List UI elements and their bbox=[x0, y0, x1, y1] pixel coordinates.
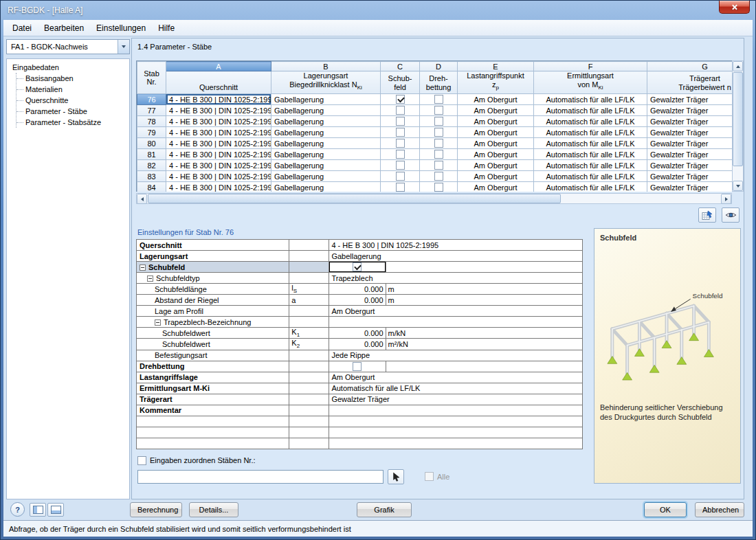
row-header-79[interactable]: 79 bbox=[137, 127, 166, 138]
column-letter-G[interactable]: G bbox=[647, 62, 733, 71]
cell-79-schubfeld[interactable] bbox=[381, 127, 420, 138]
cell-84-drehbettung[interactable] bbox=[420, 182, 458, 192]
column-header-ermittlungsart[interactable]: Ermittlungsartvon MKi bbox=[534, 71, 647, 94]
cell-80-drehbettung[interactable] bbox=[420, 138, 458, 149]
sidebar-item-basisangaben[interactable]: Basisangaben bbox=[16, 73, 128, 84]
cell-81-traegerart[interactable]: Gewalzter Träger bbox=[647, 149, 733, 160]
details-button[interactable]: Details... bbox=[189, 502, 238, 517]
title-bar[interactable]: RF-BGDK - [Halle A] bbox=[1, 1, 755, 20]
cell-76-querschnitt[interactable]: 4 - HE B 300 | DIN 1025-2:1995 bbox=[166, 94, 271, 105]
cell-80-schubfeld[interactable] bbox=[381, 138, 420, 149]
drehbettung-checkbox[interactable] bbox=[434, 150, 443, 159]
cell-82-lastangriffspunkt[interactable]: Am Obergurt bbox=[458, 160, 534, 171]
prop-value-befestigungsart[interactable]: Jede Rippe bbox=[329, 350, 583, 361]
column-header-querschnitt[interactable]: Querschnitt bbox=[166, 71, 271, 94]
sidebar-root-eingabedaten[interactable]: Eingabedaten bbox=[11, 63, 128, 73]
cell-81-drehbettung[interactable] bbox=[420, 149, 458, 160]
case-dropdown-button[interactable] bbox=[118, 40, 129, 54]
prop-value-lastangriffslage[interactable]: Am Obergurt bbox=[329, 372, 583, 383]
sidebar-item-parameter-stabsätze[interactable]: Parameter - Stabsätze bbox=[16, 117, 128, 128]
prop-value-trapezblech-bezeichnung[interactable] bbox=[329, 317, 583, 328]
row-header-81[interactable]: 81 bbox=[137, 149, 166, 160]
schubfeld-checkbox[interactable] bbox=[396, 117, 405, 126]
prop-value-drehbettung[interactable] bbox=[329, 361, 386, 372]
row-header-84[interactable]: 84 bbox=[137, 182, 166, 192]
cell-77-schubfeld[interactable] bbox=[381, 105, 420, 116]
cell-77-lagerungsart[interactable]: Gabellagerung bbox=[271, 105, 381, 116]
cell-79-drehbettung[interactable] bbox=[420, 127, 458, 138]
scroll-up-button[interactable] bbox=[733, 61, 743, 71]
collapse-icon[interactable] bbox=[147, 275, 153, 282]
cell-82-querschnitt[interactable]: 4 - HE B 300 | DIN 1025-2:1995 bbox=[166, 160, 271, 171]
prop-schubfeld-checkbox[interactable] bbox=[353, 262, 362, 271]
pick-members-button[interactable] bbox=[388, 469, 404, 484]
row-header-77[interactable]: 77 bbox=[137, 105, 166, 116]
prop-value-abstand-der-riegel[interactable]: 0.000 bbox=[329, 295, 386, 306]
cell-81-ermittlungsart[interactable]: Automatisch für alle LF/LK bbox=[534, 149, 647, 160]
cell-83-schubfeld[interactable] bbox=[381, 171, 420, 182]
cell-78-ermittlungsart[interactable]: Automatisch für alle LF/LK bbox=[534, 116, 647, 127]
schubfeld-checkbox[interactable] bbox=[396, 95, 405, 104]
cell-81-schubfeld[interactable] bbox=[381, 149, 420, 160]
column-letter-F[interactable]: F bbox=[534, 62, 647, 71]
drehbettung-checkbox[interactable] bbox=[434, 106, 443, 115]
row-header-80[interactable]: 80 bbox=[137, 138, 166, 149]
drehbettung-checkbox[interactable] bbox=[434, 161, 443, 170]
cell-77-traegerart[interactable]: Gewalzter Träger bbox=[647, 105, 733, 116]
sidebar-item-querschnitte[interactable]: Querschnitte bbox=[16, 95, 128, 106]
horizontal-scrollbar[interactable] bbox=[136, 193, 732, 204]
drehbettung-checkbox[interactable] bbox=[434, 95, 443, 104]
cell-82-schubfeld[interactable] bbox=[381, 160, 420, 171]
column-letter-D[interactable]: D bbox=[420, 62, 458, 71]
cell-78-lastangriffspunkt[interactable]: Am Obergurt bbox=[458, 116, 534, 127]
cell-82-ermittlungsart[interactable]: Automatisch für alle LF/LK bbox=[534, 160, 647, 171]
assign-members-input[interactable] bbox=[137, 470, 383, 484]
prop-value-empty[interactable] bbox=[329, 427, 583, 438]
sidebar-item-parameter-stäbe[interactable]: Parameter - Stäbe bbox=[16, 106, 128, 117]
ok-button[interactable]: OK bbox=[644, 502, 687, 517]
cell-83-drehbettung[interactable] bbox=[420, 171, 458, 182]
row-header-83[interactable]: 83 bbox=[137, 171, 166, 182]
cell-78-drehbettung[interactable] bbox=[420, 116, 458, 127]
column-header-lagerungsart[interactable]: LagerungsartBiegedrillknicklast NKi bbox=[271, 71, 381, 94]
case-selector[interactable]: FA1 - BGDK-Nachweis bbox=[6, 39, 130, 54]
prop-value-schubfeldwert[interactable]: 0.000 bbox=[329, 328, 386, 339]
cell-79-lastangriffspunkt[interactable]: Am Obergurt bbox=[458, 127, 534, 138]
cell-76-schubfeld[interactable] bbox=[381, 94, 420, 105]
row-header-82[interactable]: 82 bbox=[137, 160, 166, 171]
drehbettung-checkbox[interactable] bbox=[434, 117, 443, 126]
row-header-76[interactable]: 76 bbox=[137, 94, 166, 105]
cell-80-traegerart[interactable]: Gewalzter Träger bbox=[647, 138, 733, 149]
prop-value-trägerart[interactable]: Gewalzter Träger bbox=[329, 394, 583, 405]
cell-82-drehbettung[interactable] bbox=[420, 160, 458, 171]
prop-value-lage-am-profil[interactable]: Am Obergurt bbox=[329, 306, 583, 317]
view-button[interactable] bbox=[722, 207, 740, 223]
menu-item-einstellungen[interactable]: Einstellungen bbox=[90, 21, 152, 35]
assign-checkbox[interactable] bbox=[137, 456, 146, 465]
cell-79-ermittlungsart[interactable]: Automatisch für alle LF/LK bbox=[534, 127, 647, 138]
prop-value-empty[interactable] bbox=[329, 416, 583, 427]
close-button[interactable] bbox=[719, 1, 750, 14]
cell-84-querschnitt[interactable]: 4 - HE B 300 | DIN 1025-2:1995 bbox=[166, 182, 271, 192]
abbrechen-button[interactable]: Abbrechen bbox=[695, 502, 744, 517]
menu-item-bearbeiten[interactable]: Bearbeiten bbox=[38, 21, 90, 35]
cell-77-lastangriffspunkt[interactable]: Am Obergurt bbox=[458, 105, 534, 116]
cell-79-traegerart[interactable]: Gewalzter Träger bbox=[647, 127, 733, 138]
cell-76-ermittlungsart[interactable]: Automatisch für alle LF/LK bbox=[534, 94, 647, 105]
grafik-button[interactable]: Grafik bbox=[357, 502, 412, 517]
vertical-scrollbar[interactable] bbox=[732, 60, 744, 192]
cell-83-ermittlungsart[interactable]: Automatisch für alle LF/LK bbox=[534, 171, 647, 182]
help-button[interactable]: ? bbox=[10, 502, 25, 517]
cell-83-lastangriffspunkt[interactable]: Am Obergurt bbox=[458, 171, 534, 182]
drehbettung-checkbox[interactable] bbox=[434, 172, 443, 181]
cell-84-traegerart[interactable]: Gewalzter Träger bbox=[647, 182, 733, 192]
cell-76-drehbettung[interactable] bbox=[420, 94, 458, 105]
menu-item-hilfe[interactable]: Hilfe bbox=[152, 21, 181, 35]
cell-78-querschnitt[interactable]: 4 - HE B 300 | DIN 1025-2:1995 bbox=[166, 116, 271, 127]
row-header-78[interactable]: 78 bbox=[137, 116, 166, 127]
apply-to-table-button[interactable] bbox=[698, 207, 716, 223]
column-header-lastangriffspunkt[interactable]: Lastangriffspunktzp bbox=[458, 71, 534, 94]
column-header-traegerart[interactable]: TrägerartTrägerbeiwert n bbox=[647, 71, 733, 94]
cell-80-lagerungsart[interactable]: Gabellagerung bbox=[271, 138, 381, 149]
prop-value-schubfeldlänge[interactable]: 0.000 bbox=[329, 284, 386, 295]
